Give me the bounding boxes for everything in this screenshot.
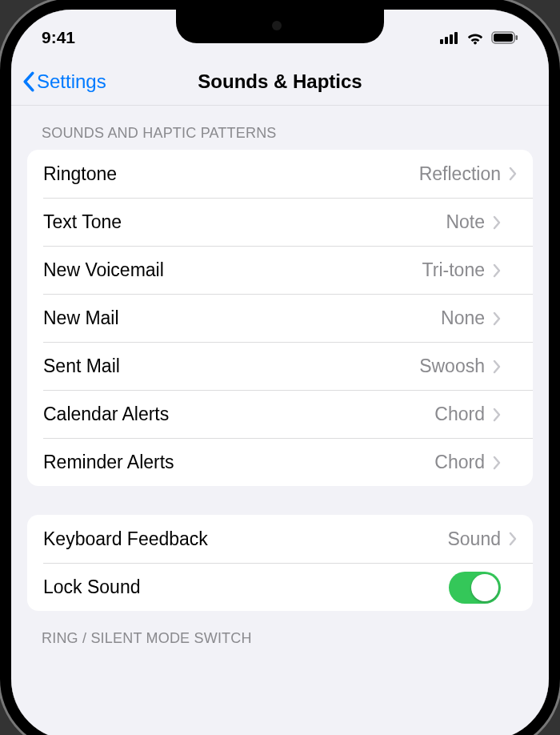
phone-frame: 9:41 Settings Sounds & Haptics (0, 0, 560, 735)
chevron-left-icon (22, 71, 35, 92)
row-value: Reflection (419, 163, 501, 185)
chevron-right-icon (509, 532, 517, 546)
row-new-voicemail[interactable]: New Voicemail Tri-tone (43, 246, 533, 294)
row-label: Text Tone (43, 211, 446, 233)
row-ringtone[interactable]: Ringtone Reflection (27, 150, 533, 198)
row-value: Sound (447, 528, 501, 550)
row-label: Sent Mail (43, 355, 419, 377)
screen: 9:41 Settings Sounds & Haptics (11, 10, 549, 735)
row-label: Reminder Alerts (43, 452, 434, 473)
chevron-right-icon (509, 167, 517, 181)
chevron-right-icon (493, 456, 501, 470)
row-value: Swoosh (419, 355, 485, 377)
group-keyboard: Keyboard Feedback Sound Lock Sound (27, 515, 533, 611)
status-time: 9:41 (42, 28, 75, 47)
chevron-right-icon (493, 408, 501, 422)
wifi-icon (466, 30, 485, 45)
chevron-right-icon (493, 311, 501, 326)
back-label: Settings (37, 70, 106, 93)
chevron-right-icon (493, 215, 501, 230)
row-label: New Mail (43, 307, 441, 329)
notch (176, 8, 384, 43)
row-lock-sound[interactable]: Lock Sound (43, 563, 533, 611)
row-calendar-alerts[interactable]: Calendar Alerts Chord (43, 390, 533, 438)
row-value: None (441, 307, 485, 329)
content: SOUNDS AND HAPTIC PATTERNS Ringtone Refl… (11, 106, 549, 655)
svg-rect-3 (454, 32, 458, 44)
chevron-right-icon (493, 263, 501, 278)
svg-rect-5 (494, 34, 513, 42)
section-header-sounds: SOUNDS AND HAPTIC PATTERNS (27, 106, 533, 150)
row-value: Chord (434, 452, 485, 473)
back-button[interactable]: Settings (19, 70, 106, 93)
row-label: Keyboard Feedback (43, 528, 447, 550)
row-text-tone[interactable]: Text Tone Note (43, 198, 533, 246)
chevron-right-icon (493, 359, 501, 374)
svg-rect-0 (440, 39, 443, 44)
status-icons (440, 30, 518, 45)
svg-rect-1 (445, 37, 448, 44)
section-header-ring-silent: RING / SILENT MODE SWITCH (27, 611, 533, 655)
row-value: Tri-tone (422, 259, 485, 281)
row-sent-mail[interactable]: Sent Mail Swoosh (43, 342, 533, 390)
row-label: New Voicemail (43, 259, 422, 281)
battery-icon (491, 31, 518, 44)
group-sounds: Ringtone Reflection Text Tone Note New V… (27, 150, 533, 486)
nav-bar: Settings Sounds & Haptics (11, 58, 549, 106)
svg-rect-6 (516, 35, 518, 40)
svg-rect-2 (450, 34, 453, 44)
row-value: Note (446, 211, 485, 233)
row-label: Calendar Alerts (43, 404, 434, 425)
row-keyboard-feedback[interactable]: Keyboard Feedback Sound (27, 515, 533, 563)
cellular-icon (440, 31, 459, 44)
toggle-lock-sound[interactable] (449, 572, 501, 604)
toggle-knob (471, 574, 498, 601)
row-reminder-alerts[interactable]: Reminder Alerts Chord (43, 438, 533, 486)
row-label: Lock Sound (43, 576, 449, 598)
row-label: Ringtone (43, 163, 419, 185)
row-new-mail[interactable]: New Mail None (43, 294, 533, 342)
row-value: Chord (434, 404, 485, 425)
